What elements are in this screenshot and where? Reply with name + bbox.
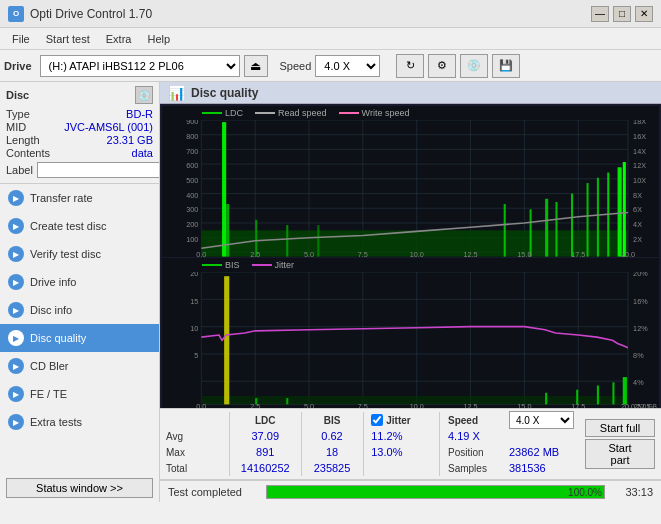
svg-text:25.0 GB: 25.0 GB [634,402,657,408]
progress-percent: 100.0% [568,486,602,500]
max-label: Max [166,444,221,460]
transfer-rate-icon: ▶ [8,190,24,206]
svg-text:17.5: 17.5 [571,250,585,257]
sidebar-item-disc-info[interactable]: ▶ Disc info [0,296,159,324]
progress-track: 100.0% [266,485,605,499]
sidebar-item-transfer-rate[interactable]: ▶ Transfer rate [0,184,159,212]
minimize-button[interactable]: — [591,6,609,22]
total-bis: 235825 [314,460,351,476]
menu-file[interactable]: File [4,31,38,47]
menubar: File Start test Extra Help [0,28,661,50]
ldc-header: LDC [255,412,276,428]
menu-start-test[interactable]: Start test [38,31,98,47]
svg-rect-92 [545,392,547,404]
disc-icon-1[interactable]: 💿 [135,86,153,104]
sidebar-item-verify-test-disc[interactable]: ▶ Verify test disc [0,240,159,268]
drive-select[interactable]: (H:) ATAPI iHBS112 2 PL06 [40,55,240,77]
disc-length-row: Length 23.31 GB [6,134,153,146]
save-button[interactable]: 💾 [492,54,520,78]
divider-4 [439,412,440,476]
svg-text:16%: 16% [633,296,648,305]
refresh-button[interactable]: ↻ [396,54,424,78]
avg-ldc: 37.09 [251,428,279,444]
svg-rect-89 [224,276,229,404]
burn-button[interactable]: 💿 [460,54,488,78]
total-ldc: 14160252 [241,460,290,476]
close-button[interactable]: ✕ [635,6,653,22]
drive-label: Drive [4,60,32,72]
charts-container: LDC Read speed Write speed [160,104,661,408]
bis-chart-area: 20 15 10 5 20% 16% 12% 8% 4% [162,272,659,408]
max-ldc: 891 [256,444,274,460]
disc-label-input[interactable] [37,162,160,178]
toolbar: Drive (H:) ATAPI iHBS112 2 PL06 ⏏ Speed … [0,50,661,82]
sidebar: Disc 💿 Type BD-R MID JVC-AMS6L (001) Len… [0,82,160,502]
max-jitter: 13.0% [371,444,431,460]
extra-tests-icon: ▶ [8,414,24,430]
svg-text:10.0: 10.0 [410,401,424,408]
disc-section: Disc 💿 Type BD-R MID JVC-AMS6L (001) Len… [0,82,159,184]
legend-write-speed-label: Write speed [362,108,410,118]
sidebar-item-disc-quality[interactable]: ▶ Disc quality [0,324,159,352]
legend-ldc-line [202,112,222,114]
chart-icon: 📊 [168,85,185,101]
content-area: 📊 Disc quality LDC Read speed [160,82,661,502]
maximize-button[interactable]: □ [613,6,631,22]
sidebar-item-extra-tests[interactable]: ▶ Extra tests [0,408,159,436]
progress-status: Test completed [168,486,258,498]
speed-select[interactable]: 4.0 X [315,55,380,77]
sidebar-item-cd-bler[interactable]: ▶ CD Bler [0,352,159,380]
jitter-checkbox[interactable] [371,414,383,426]
legend-ldc-label: LDC [225,108,243,118]
status-window-button[interactable]: Status window >> [6,478,153,498]
eject-button[interactable]: ⏏ [244,55,268,77]
svg-text:8X: 8X [633,191,642,200]
ldc-legend: LDC Read speed Write speed [162,106,659,120]
svg-text:10.0: 10.0 [410,250,424,257]
sidebar-item-fe-te[interactable]: ▶ FE / TE [0,380,159,408]
svg-rect-47 [555,202,557,257]
disc-contents-row: Contents data [6,147,153,159]
divider-3 [363,412,364,476]
speed-header: Speed [448,412,503,428]
drive-info-icon: ▶ [8,274,24,290]
legend-bis-line [202,264,222,266]
menu-extra[interactable]: Extra [98,31,140,47]
svg-text:0.0: 0.0 [196,401,206,408]
divider-1 [229,412,230,476]
start-part-button[interactable]: Start part [585,439,655,469]
stat-col-position: 4.0 X 23862 MB 381536 [509,412,579,476]
svg-rect-94 [597,385,599,404]
disc-label-row: Label ✎ [6,161,153,179]
stat-col-jitter: Jitter 11.2% 13.0% [371,412,431,476]
titlebar: O Opti Drive Control 1.70 — □ ✕ [0,0,661,28]
sidebar-item-drive-info[interactable]: ▶ Drive info [0,268,159,296]
svg-rect-42 [286,225,288,257]
svg-text:2.5: 2.5 [250,401,260,408]
svg-rect-50 [597,178,599,257]
stats-row: Avg Max Total LDC 37.09 891 14160252 BIS… [160,409,661,480]
svg-text:100: 100 [186,235,198,244]
progress-bar-container: Test completed 100.0% 33:13 [160,480,661,502]
svg-text:4%: 4% [633,378,644,387]
sidebar-item-create-test-disc[interactable]: ▶ Create test disc [0,212,159,240]
main-content: Disc 💿 Type BD-R MID JVC-AMS6L (001) Len… [0,82,661,502]
titlebar-controls: — □ ✕ [591,6,653,22]
app-icon: O [8,6,24,22]
settings-button[interactable]: ⚙ [428,54,456,78]
svg-rect-46 [545,199,548,257]
ldc-chart-svg: 900 800 700 600 500 400 300 200 100 18X … [162,120,659,257]
svg-text:15.0: 15.0 [517,401,531,408]
start-full-button[interactable]: Start full [585,419,655,437]
menu-help[interactable]: Help [139,31,178,47]
svg-text:12.5: 12.5 [464,250,478,257]
svg-text:10: 10 [190,323,198,332]
disc-quality-icon: ▶ [8,330,24,346]
svg-text:400: 400 [186,191,198,200]
svg-text:20.0: 20.0 [621,401,635,408]
legend-jitter-label: Jitter [275,260,295,270]
speed-dropdown[interactable]: 4.0 X [509,411,574,429]
progress-fill [267,486,604,498]
svg-text:300: 300 [186,205,198,214]
avg-jitter: 11.2% [371,428,431,444]
